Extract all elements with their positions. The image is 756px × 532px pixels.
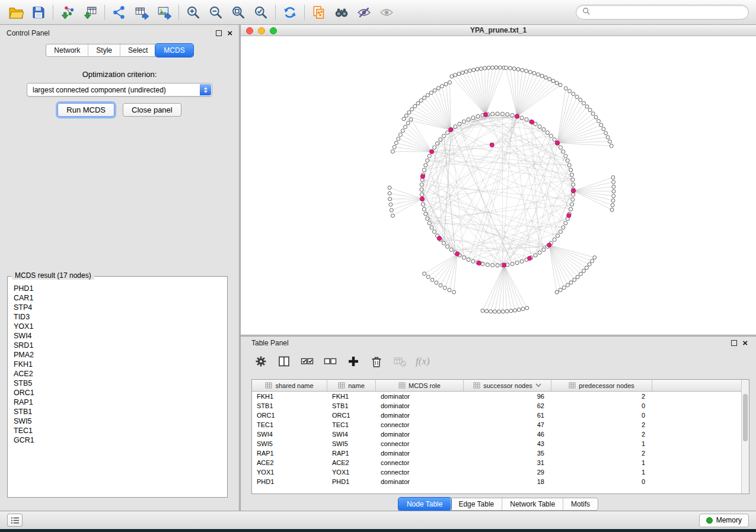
zoom-out-icon[interactable] [205, 3, 227, 22]
table-row[interactable]: PHD1 PHD1 dominator 18 0 [252, 477, 741, 486]
tab-network-table[interactable]: Network Table [502, 498, 563, 510]
open-folder-icon[interactable] [5, 3, 27, 22]
mcds-node-item[interactable]: CAR1 [14, 293, 227, 303]
delete-column-icon[interactable] [369, 354, 384, 368]
mcds-node-item[interactable]: PMA2 [14, 350, 227, 360]
run-mcds-button[interactable]: Run MCDS [58, 103, 114, 117]
table-settings-gear-icon[interactable] [254, 354, 268, 368]
cell-name: SWI5 [327, 440, 376, 447]
tab-network[interactable]: Network [46, 44, 88, 56]
column-header-shared-name[interactable]: shared name [252, 380, 327, 391]
table-row[interactable]: ACE2 ACE2 connector 31 1 [252, 458, 741, 467]
network-canvas[interactable] [241, 36, 756, 335]
cell-shared-name: TEC1 [252, 421, 327, 428]
column-header-mcds-role[interactable]: MCDS role [376, 380, 464, 391]
table-row[interactable]: YOX1 YOX1 connector 29 1 [252, 467, 741, 477]
cell-successor-nodes: 29 [464, 469, 551, 476]
tab-select[interactable]: Select [120, 44, 156, 56]
column-header-successor-nodes[interactable]: successor nodes [464, 380, 551, 391]
control-panel: Control Panel × Network Style Select MCD… [0, 25, 239, 511]
tab-style[interactable]: Style [88, 44, 120, 56]
column-header-name[interactable]: name [327, 380, 376, 391]
mcds-node-item[interactable]: STP4 [14, 303, 227, 312]
zoom-selected-icon[interactable] [250, 3, 272, 22]
close-icon[interactable]: × [742, 340, 748, 346]
mcds-node-item[interactable]: TID3 [14, 312, 227, 322]
minimize-window-icon[interactable] [258, 27, 265, 34]
mcds-node-item[interactable]: PHD1 [14, 284, 227, 293]
export-table-icon[interactable] [130, 3, 153, 22]
float-panel-icon[interactable] [731, 340, 737, 346]
network-window-titlebar[interactable]: YPA_prune.txt_1 [241, 25, 756, 36]
close-panel-button[interactable]: Close panel [123, 103, 181, 117]
optimization-criterion-select[interactable]: largest connected component (undirected) [27, 83, 212, 97]
tab-node-table[interactable]: Node Table [398, 498, 452, 511]
cell-predecessor-nodes: 0 [551, 402, 652, 409]
refresh-icon[interactable] [279, 3, 301, 22]
tab-motifs[interactable]: Motifs [563, 498, 598, 510]
select-all-icon[interactable] [300, 354, 314, 368]
cell-shared-name: ACE2 [252, 459, 327, 466]
maximize-window-icon[interactable] [270, 27, 277, 34]
table-row[interactable]: SWI5 SWI5 connector 43 1 [252, 439, 741, 448]
table-scrollbar[interactable] [741, 380, 749, 493]
cell-name: FKH1 [327, 393, 376, 400]
clone-network-icon[interactable] [308, 3, 330, 22]
cell-mcds-role: dominator [376, 412, 464, 419]
tab-mcds[interactable]: MCDS [155, 44, 193, 57]
show-columns-icon[interactable] [277, 354, 291, 368]
search-input[interactable] [594, 8, 742, 17]
mcds-node-item[interactable]: TEC1 [14, 426, 227, 435]
mcds-node-item[interactable]: SRD1 [14, 341, 227, 350]
memory-button[interactable]: Memory [699, 514, 749, 527]
table-row[interactable]: FKH1 FKH1 dominator 96 2 [252, 392, 741, 401]
float-panel-icon[interactable] [216, 30, 222, 36]
import-network-icon[interactable] [56, 3, 79, 22]
deselect-all-icon[interactable] [323, 354, 337, 368]
export-network-icon[interactable] [108, 3, 130, 22]
tab-edge-table[interactable]: Edge Table [451, 498, 502, 510]
mcds-node-item[interactable]: RAP1 [14, 398, 227, 407]
show-all-icon[interactable] [375, 3, 398, 22]
hide-selected-icon[interactable] [353, 3, 375, 22]
import-table-icon[interactable] [79, 3, 101, 22]
table-panel-title: Table Panel [251, 339, 289, 347]
zoom-fit-icon[interactable] [227, 3, 250, 22]
optimization-criterion-label: Optimization criterion: [0, 70, 239, 79]
cell-predecessor-nodes: 2 [551, 421, 652, 428]
cell-name: PHD1 [327, 478, 376, 485]
add-column-icon[interactable] [346, 354, 361, 368]
mcds-node-item[interactable]: YOX1 [14, 322, 227, 331]
cell-mcds-role: connector [376, 421, 464, 428]
column-grid-icon [338, 382, 345, 389]
search-network-icon[interactable] [330, 3, 353, 22]
mcds-result-list[interactable]: PHD1 CAR1 STP4 TID3 YOX1 SWI4 SRD1 PMA2 … [8, 277, 227, 445]
table-row[interactable]: STB1 STB1 dominator 62 0 [252, 401, 741, 411]
mcds-node-item[interactable]: ORC1 [14, 388, 227, 398]
mcds-node-item[interactable]: STB5 [14, 379, 227, 388]
scrollbar-thumb[interactable] [743, 394, 748, 441]
table-row[interactable]: TEC1 TEC1 connector 47 2 [252, 420, 741, 430]
search-icon [582, 7, 591, 18]
column-header-predecessor-nodes[interactable]: predecessor nodes [551, 380, 652, 391]
mcds-node-item[interactable]: ACE2 [14, 369, 227, 379]
cell-successor-nodes: 47 [464, 421, 551, 428]
table-row[interactable]: ORC1 ORC1 dominator 61 0 [252, 411, 741, 420]
table-panel: Table Panel × [241, 336, 756, 511]
mcds-node-item[interactable]: GCR1 [14, 435, 227, 445]
save-icon[interactable] [27, 3, 50, 22]
mcds-node-item[interactable]: SWI5 [14, 416, 227, 426]
table-row[interactable]: SWI4 SWI4 dominator 46 2 [252, 430, 741, 439]
zoom-in-icon[interactable] [182, 3, 205, 22]
cell-predecessor-nodes: 1 [551, 440, 652, 447]
close-window-icon[interactable] [246, 27, 253, 34]
export-image-icon[interactable] [153, 3, 176, 22]
mcds-node-item[interactable]: FKH1 [14, 360, 227, 369]
mcds-node-item[interactable]: STB1 [14, 407, 227, 416]
panel-menu-button[interactable] [7, 514, 23, 527]
close-icon[interactable]: × [227, 30, 232, 36]
cell-name: ORC1 [327, 412, 376, 419]
table-row[interactable]: RAP1 RAP1 dominator 35 2 [252, 448, 741, 458]
mcds-node-item[interactable]: SWI4 [14, 331, 227, 341]
table-header-row: shared name name MCDS role successor nod… [252, 380, 741, 392]
